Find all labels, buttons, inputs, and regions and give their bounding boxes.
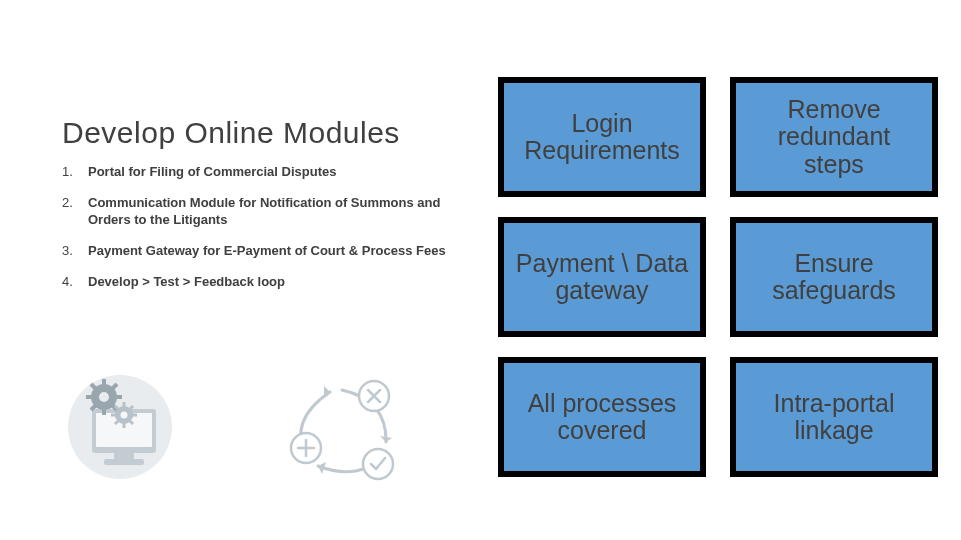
tile-inner: Remove redundant steps <box>736 83 932 191</box>
tile-label: All processes covered <box>514 390 690 445</box>
list-item: Payment Gateway for E-Payment of Court &… <box>62 243 472 260</box>
svg-line-23 <box>130 406 133 409</box>
tile-inner: Login Requirements <box>504 83 700 191</box>
tile-label: Intra-portal linkage <box>746 390 922 445</box>
tile-inner: All processes covered <box>504 363 700 471</box>
illustration-row <box>62 370 472 490</box>
page-title: Develop Online Modules <box>62 116 472 150</box>
left-column: Develop Online Modules Portal for Filing… <box>62 116 472 304</box>
svg-line-22 <box>115 421 118 424</box>
tile-remove-redundant-steps: Remove redundant steps <box>730 77 938 197</box>
tile-label: Ensure safeguards <box>746 250 922 305</box>
tile-intra-portal-linkage: Intra-portal linkage <box>730 357 938 477</box>
tile-label: Payment \ Data gateway <box>514 250 690 305</box>
tile-login-requirements: Login Requirements <box>498 77 706 197</box>
module-list: Portal for Filing of Commercial Disputes… <box>62 164 472 290</box>
tile-grid: Login Requirements Remove redundant step… <box>498 77 938 477</box>
feedback-loop-icon <box>282 370 412 490</box>
tile-all-processes-covered: All processes covered <box>498 357 706 477</box>
list-item: Portal for Filing of Commercial Disputes <box>62 164 472 181</box>
svg-point-14 <box>99 392 109 402</box>
monitor-gear-icon <box>62 375 182 485</box>
svg-line-21 <box>130 421 133 424</box>
svg-rect-4 <box>104 459 144 465</box>
svg-rect-3 <box>114 453 134 459</box>
svg-point-24 <box>121 412 128 419</box>
tile-label: Remove redundant steps <box>746 96 922 179</box>
list-item: Develop > Test > Feedback loop <box>62 274 472 291</box>
svg-line-20 <box>115 406 118 409</box>
svg-marker-27 <box>324 386 330 398</box>
tile-inner: Payment \ Data gateway <box>504 223 700 331</box>
tile-inner: Intra-portal linkage <box>736 363 932 471</box>
tile-ensure-safeguards: Ensure safeguards <box>730 217 938 337</box>
tile-inner: Ensure safeguards <box>736 223 932 331</box>
list-item: Communication Module for Notification of… <box>62 195 472 229</box>
tile-payment-data-gateway: Payment \ Data gateway <box>498 217 706 337</box>
tile-label: Login Requirements <box>514 110 690 165</box>
svg-point-29 <box>363 449 393 479</box>
